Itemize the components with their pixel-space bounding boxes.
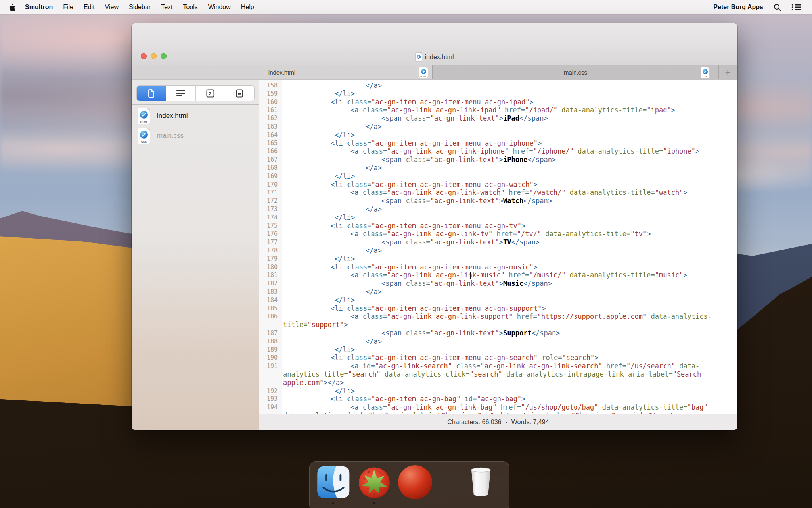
code-line[interactable]: <span class="ac-gn-link-text">Watch</spa… bbox=[381, 197, 552, 205]
trash-icon[interactable] bbox=[464, 465, 498, 499]
code-line[interactable]: <a class="ac-gn-link ac-gn-link-tv" href… bbox=[350, 230, 651, 238]
documents-view-button[interactable] bbox=[137, 86, 166, 101]
code-line[interactable]: <li class="ac-gn-item ac-gn-item-menu ac… bbox=[331, 98, 534, 106]
code-line[interactable]: analytics-title="search" data-analytics-… bbox=[283, 370, 701, 379]
line-number: 165 bbox=[259, 139, 278, 148]
code-line[interactable]: </li> bbox=[335, 131, 355, 139]
code-line[interactable]: <a class="ac-gn-link ac-gn-link-bag" hre… bbox=[350, 403, 708, 412]
line-number: 158 bbox=[259, 81, 278, 90]
code-line[interactable]: <span class="ac-gn-link-text">Music</spa… bbox=[381, 279, 552, 288]
line-number: 179 bbox=[259, 255, 278, 263]
line-number: 187 bbox=[259, 329, 278, 337]
line-number: 172 bbox=[259, 197, 278, 205]
menu-extra-title[interactable]: Peter Borg Apps bbox=[713, 4, 763, 11]
menu-item-help[interactable]: Help bbox=[236, 0, 259, 14]
code-line[interactable]: </a> bbox=[366, 164, 382, 172]
code-line[interactable]: <span class="ac-gn-link-text">TV</span> bbox=[381, 238, 540, 246]
code-line[interactable]: <a class="ac-gn-link ac-gn-link-music" h… bbox=[350, 271, 688, 279]
smultron-strawberry-icon[interactable] bbox=[357, 465, 391, 499]
code-line[interactable]: <span class="ac-gn-link-text">iPad</span… bbox=[381, 114, 548, 123]
tab-index-html[interactable]: index.html HTML bbox=[132, 65, 432, 79]
code-line[interactable]: <span class="ac-gn-link-text">Support</s… bbox=[381, 329, 560, 337]
finder-icon[interactable] bbox=[316, 465, 350, 499]
menu-item-edit[interactable]: Edit bbox=[79, 0, 100, 14]
line-number: 194 bbox=[259, 403, 278, 412]
code-line[interactable]: <span class="ac-gn-link-text">iPhone</sp… bbox=[381, 156, 556, 164]
menu-item-smultron[interactable]: Smultron bbox=[19, 0, 58, 14]
menu-item-sidebar[interactable]: Sidebar bbox=[124, 0, 156, 14]
menu-item-window[interactable]: Window bbox=[203, 0, 236, 14]
code-line[interactable]: </li> bbox=[335, 346, 355, 354]
code-line[interactable]: </li> bbox=[335, 387, 355, 395]
menu-item-tools[interactable]: Tools bbox=[178, 0, 203, 14]
line-number: 161 bbox=[259, 106, 278, 114]
code-line[interactable]: <a class="ac-gn-link ac-gn-link-watch" h… bbox=[350, 189, 688, 197]
finder-running-dot bbox=[332, 502, 334, 504]
menu-item-text[interactable]: Text bbox=[156, 0, 178, 14]
code-line[interactable]: <a class="ac-gn-link ac-gn-link-ipad" hr… bbox=[350, 106, 675, 114]
status-bar: Characters: 66,036 · Words: 7,494 bbox=[259, 414, 737, 430]
new-tab-button[interactable]: + bbox=[718, 65, 737, 79]
list-icon[interactable] bbox=[791, 4, 801, 11]
notes-view-button[interactable] bbox=[225, 86, 254, 101]
search-icon[interactable] bbox=[774, 4, 781, 11]
menu-bar: SmultronFileEditViewSidebarTextToolsWind… bbox=[0, 0, 812, 14]
code-line[interactable]: <li class="ac-gn-item ac-gn-item-menu ac… bbox=[331, 139, 542, 148]
code-line[interactable]: </a> bbox=[366, 337, 382, 346]
code-line[interactable]: </a> bbox=[366, 246, 382, 255]
code-line[interactable]: <li class="ac-gn-item ac-gn-item-menu ac… bbox=[331, 222, 525, 230]
line-number: 183 bbox=[259, 288, 278, 296]
tab-bar: index.html HTML main.css CSS bbox=[132, 65, 737, 80]
red-ball-icon[interactable] bbox=[398, 465, 432, 499]
line-number: 162 bbox=[259, 114, 278, 123]
code-line[interactable]: <li class="ac-gn-item ac-gn-item-menu ac… bbox=[331, 354, 599, 362]
code-line[interactable]: <li class="ac-gn-item ac-gn-item-menu ac… bbox=[331, 181, 538, 189]
code-line[interactable]: <a class="ac-gn-link ac-gn-link-support"… bbox=[350, 312, 712, 321]
desktop: SmultronFileEditViewSidebarTextToolsWind… bbox=[0, 0, 812, 508]
code-line[interactable]: </a> bbox=[366, 123, 382, 131]
line-number: 170 bbox=[259, 181, 278, 189]
status-separator: · bbox=[505, 419, 507, 426]
menu-item-file[interactable]: File bbox=[58, 0, 79, 14]
code-line[interactable]: title="support"> bbox=[283, 321, 348, 329]
line-number: 169 bbox=[259, 172, 278, 181]
app-menu-items: SmultronFileEditViewSidebarTextToolsWind… bbox=[19, 0, 259, 14]
title-bar[interactable]: index.html bbox=[132, 23, 737, 65]
line-number: 173 bbox=[259, 205, 278, 214]
tab-main-css[interactable]: main.css CSS bbox=[433, 65, 718, 79]
line-number: 192 bbox=[259, 387, 278, 395]
snippets-view-button[interactable] bbox=[196, 86, 225, 101]
menu-item-view[interactable]: View bbox=[100, 0, 124, 14]
dock bbox=[309, 461, 509, 508]
code-line[interactable]: <li class="ac-gn-item ac-gn-item-menu ac… bbox=[331, 263, 538, 271]
line-number: 176 bbox=[259, 230, 278, 238]
code-line[interactable]: </a> bbox=[366, 81, 382, 90]
code-line[interactable]: <a id="ac-gn-link-search" class="ac-gn-l… bbox=[350, 362, 699, 370]
code-line[interactable]: </li> bbox=[335, 255, 355, 263]
html-file-icon: HTML bbox=[138, 108, 150, 124]
line-number: 184 bbox=[259, 296, 278, 304]
menu-bar-right: Peter Borg Apps bbox=[713, 4, 812, 11]
line-number: 164 bbox=[259, 131, 278, 139]
code-line[interactable]: </li> bbox=[335, 172, 355, 181]
code-line[interactable]: </li> bbox=[335, 214, 355, 222]
apple-menu-icon[interactable] bbox=[9, 3, 16, 11]
code-line[interactable]: </li> bbox=[335, 296, 355, 304]
line-view-button[interactable] bbox=[166, 86, 195, 101]
code-line[interactable]: <li class="ac-gn-item ac-gn-bag" id="ac-… bbox=[331, 395, 525, 403]
code-line[interactable]: </li> bbox=[335, 90, 355, 98]
file-item-main-css[interactable]: CSS main.css bbox=[132, 126, 259, 146]
code-line[interactable]: </a> bbox=[366, 205, 382, 214]
line-number: 182 bbox=[259, 279, 278, 288]
code-line[interactable]: <li class="ac-gn-item ac-gn-item-menu ac… bbox=[331, 304, 546, 313]
code-line[interactable]: <a class="ac-gn-link ac-gn-link-iphone" … bbox=[350, 147, 699, 156]
line-number: 177 bbox=[259, 238, 278, 246]
file-item-index-html[interactable]: HTML index.html bbox=[132, 106, 259, 126]
smultron-window: index.html index.html HTML bbox=[132, 23, 737, 430]
code-editor[interactable]: 1581591601611621631641651661671681691701… bbox=[259, 80, 737, 414]
code-line[interactable]: </a> bbox=[366, 288, 382, 296]
code-line[interactable]: apple.com"></a> bbox=[283, 379, 344, 387]
sidebar-view-switcher bbox=[137, 86, 254, 101]
line-number: 178 bbox=[259, 246, 278, 255]
line-number: 171 bbox=[259, 189, 278, 197]
